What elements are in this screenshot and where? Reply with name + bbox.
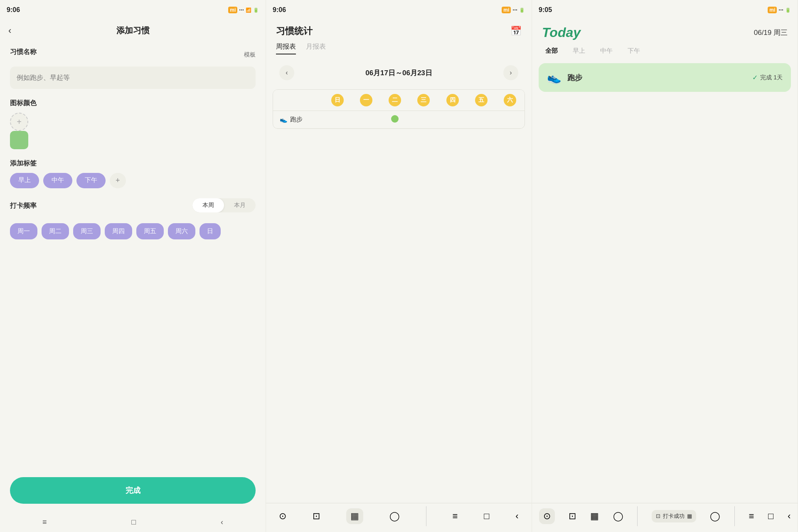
freq-header: 打卡频率 本周 本月 [10,198,256,218]
panel2-title: 习惯统计 [276,25,313,37]
sys-home-2[interactable]: □ [484,511,489,522]
habit-card-running[interactable]: 👟 跑步 ✓ 完成 1天 [539,63,791,92]
back-button[interactable]: ‹ [8,25,11,36]
habit-row-label-cell: 👟 跑步 [273,111,323,128]
dots-icon-2: ··· [512,7,517,13]
day-wed[interactable]: 周三 [73,223,101,239]
battery-icon-2: 🔋 [519,7,525,13]
check-tue [381,111,409,128]
check-icon: ✓ [752,74,758,81]
prev-week-button[interactable]: ‹ [279,65,294,80]
habit-name-input[interactable] [10,66,256,89]
today-panel: 9:05 mi ··· 🔋 Today 06/19 周三 全部 早上 中午 下午… [532,0,798,532]
habit-weekly-table: 日 一 二 三 四 五 六 👟 跑步 [273,89,525,129]
check-fri [467,111,495,128]
color-row: + [10,113,256,149]
nav-frame-3[interactable]: ⊡ [569,511,576,522]
check-thu [438,111,467,128]
add-color-button[interactable]: + [10,113,28,131]
signal-icon: 📶 [246,7,251,13]
table-row: 👟 跑步 [273,111,525,128]
habit-stats-panel: 9:06 mi ··· 🔋 习惯统计 📅 周报表 月报表 ‹ 06月17日～06… [266,0,532,532]
status-time-3: 9:05 [539,6,552,14]
checkin-stats-icon: ▦ [687,513,692,519]
freq-label: 打卡频率 [10,202,37,210]
calendar-icon[interactable]: 📅 [510,26,522,37]
tag-noon[interactable]: 中午 [43,173,72,188]
menu-icon-1[interactable]: ≡ [42,518,47,527]
habit-name-label: 习惯名称 [10,48,37,57]
check-mon [352,111,380,128]
shoe-icon-card: 👟 [547,71,562,84]
sys-menu-2[interactable]: ≡ [452,511,458,522]
mi-icon: mi [228,7,237,13]
panel3-header: Today 06/19 周三 [532,20,798,45]
habit-name-section: 习惯名称 模板 [10,48,256,89]
complete-label: 完成 1天 [760,74,783,81]
nav-stats-icon-active[interactable]: ▦ [346,508,363,524]
filter-morning[interactable]: 早上 [569,45,589,57]
nav-stats-3[interactable]: ▦ [590,511,599,522]
sys-nav-1: ≡ □ ‹ [0,512,266,532]
day-thu[interactable]: 周四 [105,223,132,239]
dots-icon: ··· [239,7,244,13]
freq-month-btn[interactable]: 本月 [224,198,256,212]
freq-week-btn[interactable]: 本周 [192,198,224,212]
wifi-icon: 🔋 [253,7,259,13]
nav-today-icon[interactable]: ⊙ [279,511,286,522]
panel2-header: 习惯统计 📅 [266,20,532,42]
status-time-2: 9:06 [273,6,286,14]
table-header-sat: 六 [496,90,525,111]
date-label: 06/19 周三 [754,28,788,37]
filter-all[interactable]: 全部 [542,45,561,57]
green-color-swatch[interactable] [10,131,28,149]
day-tue[interactable]: 周二 [42,223,69,239]
tab-week[interactable]: 周报表 [276,42,296,54]
check-sun [323,111,352,128]
tag-morning[interactable]: 早上 [10,173,39,188]
template-button[interactable]: 模板 [244,51,256,59]
tab-month[interactable]: 月报表 [306,42,326,54]
stat-tabs: 周报表 月报表 [266,42,532,54]
nav-user-3[interactable]: ◯ [613,511,623,522]
back-icon-1[interactable]: ‹ [221,518,223,527]
filter-afternoon[interactable]: 下午 [624,45,643,57]
habit-name-header: 习惯名称 模板 [10,48,256,62]
day-fri[interactable]: 周五 [136,223,164,239]
tag-afternoon[interactable]: 下午 [76,173,106,188]
filter-noon[interactable]: 中午 [597,45,616,57]
next-week-button[interactable]: › [503,65,518,80]
tags-section: 添加标签 早上 中午 下午 + [10,159,256,188]
tags-label: 添加标签 [10,159,256,168]
today-title: Today [542,25,581,40]
nav-user-icon[interactable]: ◯ [389,511,400,522]
table-header-sun: 日 [323,90,352,111]
day-sat[interactable]: 周六 [168,223,195,239]
day-mon[interactable]: 周一 [10,223,37,239]
filter-row: 全部 早上 中午 下午 [532,45,798,57]
checkin-badge: ⊡ 打卡成功 ▦ [652,510,696,522]
week-range-label: 06月17日～06月23日 [365,68,432,78]
sys-menu-3[interactable]: ≡ [749,511,754,522]
add-habit-panel: 9:06 mi ··· 📶 🔋 ‹ 添加习惯 习惯名称 模板 图标颜色 + [0,0,266,532]
home-icon-1[interactable]: □ [131,518,136,527]
nav-circle-3[interactable]: ◯ [710,511,720,522]
sys-back-3[interactable]: ‹ [788,511,791,522]
icon-color-section: 图标颜色 + [10,99,256,149]
day-sun[interactable]: 日 [200,223,221,239]
battery-icon-3: 🔋 [785,7,791,13]
frequency-section: 打卡频率 本周 本月 周一 周二 周三 周四 周五 周六 日 [10,198,256,239]
done-button[interactable]: 完成 [10,477,256,504]
nav-today-3[interactable]: ⊙ [539,508,555,524]
status-icons-2: mi ··· 🔋 [502,7,525,13]
sys-home-3[interactable]: □ [768,511,773,522]
sys-back-2[interactable]: ‹ [515,511,518,522]
checkin-label: 打卡成功 [663,512,685,520]
tag-chips-row: 早上 中午 下午 + [10,173,256,188]
table-header-thu: 四 [438,90,467,111]
mi-icon-2: mi [502,7,511,13]
panel1-header: ‹ 添加习惯 [0,20,266,41]
nav-frame-icon[interactable]: ⊡ [313,511,320,522]
tag-add-button[interactable]: + [110,173,126,188]
status-bar-1: 9:06 mi ··· 📶 🔋 [0,0,266,20]
